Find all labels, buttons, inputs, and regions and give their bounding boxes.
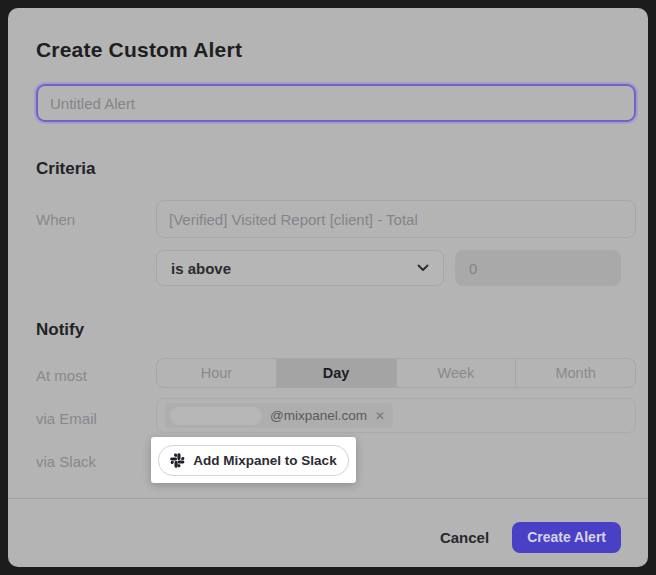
- notify-section-heading: Notify: [36, 320, 84, 340]
- dialog-footer: Cancel Create Alert: [434, 521, 621, 553]
- create-alert-button[interactable]: Create Alert: [512, 522, 621, 553]
- when-label: When: [36, 211, 75, 228]
- at-most-label: At most: [36, 367, 87, 384]
- frequency-option-hour[interactable]: Hour: [157, 359, 276, 387]
- cancel-button[interactable]: Cancel: [434, 525, 495, 550]
- footer-divider: [8, 498, 648, 499]
- threshold-input[interactable]: 0: [455, 250, 621, 286]
- create-custom-alert-dialog: Create Custom Alert Criteria When [Verif…: [8, 8, 648, 567]
- frequency-segmented-control: Hour Day Week Month: [156, 358, 636, 388]
- slack-button-label: Add Mixpanel to Slack: [193, 453, 336, 468]
- condition-dropdown[interactable]: is above: [156, 250, 444, 286]
- chevron-down-icon: [417, 264, 429, 272]
- alert-name-input[interactable]: [36, 84, 636, 122]
- via-slack-label: via Slack: [36, 453, 96, 470]
- email-domain-text: @mixpanel.com: [270, 408, 367, 423]
- criteria-section-heading: Criteria: [36, 159, 96, 179]
- email-recipients-field[interactable]: @mixpanel.com ✕: [156, 398, 636, 433]
- frequency-option-month[interactable]: Month: [515, 359, 635, 387]
- slack-button-spotlight: Add Mixpanel to Slack: [151, 437, 356, 483]
- slack-logo-icon: [170, 453, 185, 468]
- condition-selected-value: is above: [171, 260, 231, 277]
- redacted-email-username: [170, 407, 262, 425]
- email-recipient-chip: @mixpanel.com ✕: [165, 403, 393, 428]
- via-email-label: via Email: [36, 410, 97, 427]
- frequency-option-week[interactable]: Week: [396, 359, 516, 387]
- alert-event-field[interactable]: [Verified] Visited Report [client] - Tot…: [156, 200, 636, 238]
- dialog-title: Create Custom Alert: [36, 38, 242, 62]
- frequency-option-day[interactable]: Day: [276, 359, 396, 387]
- remove-recipient-icon[interactable]: ✕: [375, 410, 385, 422]
- add-mixpanel-to-slack-button[interactable]: Add Mixpanel to Slack: [158, 445, 349, 476]
